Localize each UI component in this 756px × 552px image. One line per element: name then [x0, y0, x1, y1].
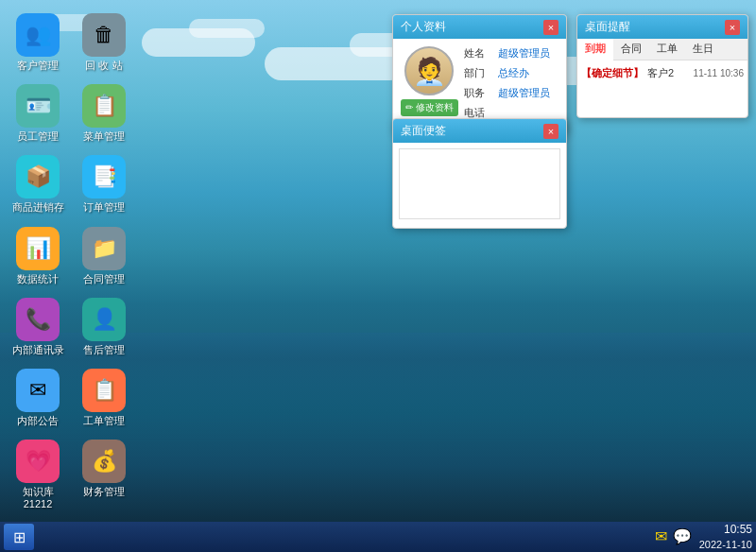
icon-image-work-order: 📋: [82, 369, 126, 412]
start-button[interactable]: ⊞: [4, 524, 34, 550]
reminder-tab-birthday[interactable]: 生日: [685, 39, 721, 60]
reminder-tabs: 到期合同工单生日: [577, 39, 747, 60]
note-panel-close[interactable]: ×: [543, 124, 558, 139]
note-panel-title: 桌面便签: [401, 123, 446, 139]
icon-image-internal-notice: ✉: [16, 369, 60, 412]
info-row-姓名: 姓名超级管理员: [464, 46, 558, 60]
icon-image-employee-mgmt: 🪪: [16, 84, 60, 128]
icon-image-data-stats: 📊: [16, 227, 60, 270]
desktop-icon-internal-contacts[interactable]: 📞内部通讯录: [9, 294, 66, 360]
reminder-tab-work-order[interactable]: 工单: [649, 39, 685, 60]
icon-image-recycle-bin: 🗑: [82, 13, 126, 57]
info-value: 超级管理员: [498, 46, 550, 60]
note-panel-body: [393, 143, 566, 228]
personal-info-panel: 个人资料 × 🧑‍💼 ✏ 修改资料 姓名超级管理员部门总经办职务超级管理员电话: [392, 14, 567, 134]
time-display: 10:55 2022-11-10: [699, 523, 752, 551]
desktop-icon-knowledge-base[interactable]: 💗知识库21212: [9, 436, 66, 514]
avatar-area: 🧑‍💼 ✏ 修改资料: [401, 46, 458, 126]
desktop-icon-after-sales[interactable]: 👤售后管理: [76, 294, 132, 360]
icon-label-finance-mgmt: 财务管理: [83, 486, 125, 498]
info-key: 姓名: [464, 46, 498, 60]
clock-date: 2022-11-10: [699, 538, 752, 551]
desktop-icon-contract-mgmt[interactable]: 📁合同管理: [76, 223, 132, 289]
icon-label-customer-mgmt: 客户管理: [17, 60, 59, 72]
icon-label-employee-mgmt: 员工管理: [17, 130, 59, 143]
desktop-icon-recycle-bin[interactable]: 🗑回 收 站: [76, 9, 132, 76]
icon-label-internal-contacts: 内部通讯录: [12, 344, 64, 356]
icon-label-knowledge-base: 知识库21212: [11, 486, 64, 510]
personal-panel-header: 个人资料 ×: [393, 15, 566, 39]
personal-panel-title: 个人资料: [401, 19, 446, 35]
reminder-panel-header: 桌面提醒 ×: [577, 15, 747, 39]
desktop-icon-internal-notice[interactable]: ✉内部公告: [9, 365, 66, 431]
info-key: 职务: [464, 86, 498, 100]
personal-panel-close[interactable]: ×: [543, 20, 558, 35]
mail-icon[interactable]: ✉: [655, 527, 667, 545]
icon-image-customer-mgmt: 👥: [16, 13, 60, 57]
icon-label-recycle-bin: 回 收 站: [85, 60, 122, 72]
reminder-row: 【确定细节】客户211-11 10:36: [581, 64, 744, 82]
icon-label-after-sales: 售后管理: [83, 344, 125, 356]
icon-image-after-sales: 👤: [82, 298, 126, 341]
desktop-icon-employee-mgmt[interactable]: 🪪员工管理: [9, 80, 66, 147]
icon-label-contract-mgmt: 合同管理: [83, 273, 125, 285]
desktop-icon-finance-mgmt[interactable]: 💰财务管理: [76, 436, 132, 514]
reminder-tab-contract[interactable]: 合同: [613, 39, 649, 60]
reminder-time: 11-11 10:36: [694, 68, 744, 78]
desktop-icon-goods-storage[interactable]: 📦商品进销存: [9, 151, 66, 217]
info-row-部门: 部门总经办: [464, 66, 558, 80]
icon-label-work-order: 工单管理: [83, 415, 125, 427]
avatar: 🧑‍💼: [404, 46, 454, 95]
icon-label-data-stats: 数据统计: [17, 273, 59, 285]
note-textarea[interactable]: [399, 148, 560, 219]
info-value: 总经办: [498, 66, 529, 80]
desktop-icon-menu-mgmt[interactable]: 📋菜单管理: [76, 80, 132, 147]
taskbar-system-icons: ✉ 💬: [655, 527, 692, 545]
chat-icon[interactable]: 💬: [673, 527, 692, 545]
reminder-body: 【确定细节】客户211-11 10:36: [577, 60, 747, 117]
icon-label-menu-mgmt: 菜单管理: [83, 130, 125, 143]
icon-image-contract-mgmt: 📁: [82, 227, 126, 270]
icon-image-goods-storage: 📦: [16, 155, 60, 198]
note-panel-header: 桌面便签 ×: [393, 119, 566, 143]
reminder-tab-overdue[interactable]: 到期: [577, 39, 613, 60]
desktop-icon-customer-mgmt[interactable]: 👥客户管理: [9, 9, 66, 76]
reminder-panel-close[interactable]: ×: [725, 20, 740, 35]
taskbar-right: ✉ 💬 10:55 2022-11-10: [655, 523, 752, 551]
icon-image-finance-mgmt: 💰: [82, 440, 126, 483]
icon-image-internal-contacts: 📞: [16, 298, 60, 341]
desktop-icon-work-order[interactable]: 📋工单管理: [76, 365, 132, 431]
info-table: 姓名超级管理员部门总经办职务超级管理员电话: [464, 46, 558, 126]
clock-time: 10:55: [699, 523, 752, 538]
taskbar: ⊞ ✉ 💬 10:55 2022-11-10: [0, 522, 756, 552]
desktop-icon-order-mgmt[interactable]: 📑订单管理: [76, 151, 132, 217]
icon-label-internal-notice: 内部公告: [17, 415, 59, 427]
icon-label-order-mgmt: 订单管理: [83, 201, 125, 214]
icon-image-knowledge-base: 💗: [16, 440, 60, 483]
desktop-icon-data-stats[interactable]: 📊数据统计: [9, 223, 66, 289]
reminder-panel-title: 桌面提醒: [585, 19, 630, 35]
reminder-customer-name: 客户2: [647, 66, 694, 80]
desktop-icons-area: 👥客户管理🗑回 收 站🪪员工管理📋菜单管理📦商品进销存📑订单管理📊数据统计📁合同…: [9, 9, 137, 552]
icon-image-order-mgmt: 📑: [82, 155, 126, 198]
reminder-tag[interactable]: 【确定细节】: [581, 66, 644, 80]
icon-image-menu-mgmt: 📋: [82, 84, 126, 128]
note-panel: 桌面便签 ×: [392, 118, 567, 229]
reminder-panel: 桌面提醒 × 到期合同工单生日 【确定细节】客户211-11 10:36: [576, 14, 748, 118]
info-row-职务: 职务超级管理员: [464, 86, 558, 100]
icon-label-goods-storage: 商品进销存: [12, 201, 64, 214]
info-value: 超级管理员: [498, 86, 550, 100]
modify-profile-button[interactable]: ✏ 修改资料: [401, 99, 458, 116]
info-key: 部门: [464, 66, 498, 80]
